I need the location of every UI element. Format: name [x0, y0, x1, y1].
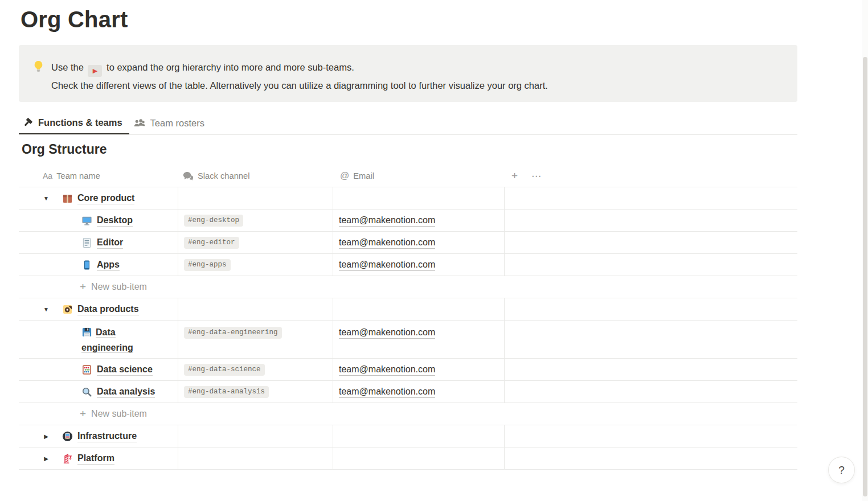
slack-channel-tag[interactable]: #eng-apps — [184, 259, 231, 271]
email-cell[interactable] — [333, 447, 505, 469]
slack-channel-tag[interactable]: #eng-editor — [184, 237, 239, 249]
toggle-expanded-icon[interactable]: ▼ — [42, 306, 51, 313]
empty-cell[interactable] — [505, 298, 797, 320]
column-label: Slack channel — [198, 171, 249, 180]
table-header-row: Aa Team name Slack channel @ Email + ⋯ — [19, 165, 797, 187]
slack-cell[interactable]: #eng-data-analysis — [178, 381, 333, 403]
toggle-collapsed-icon[interactable]: ▶ — [42, 433, 51, 440]
email-cell[interactable] — [333, 425, 505, 447]
team-name-cell[interactable]: Data science — [19, 359, 178, 380]
team-name-cell[interactable]: Apps — [19, 254, 178, 276]
view-tabs: Functions & teams Team rosters — [19, 112, 797, 135]
email-cell[interactable]: team@makenotion.com — [333, 321, 505, 358]
slack-cell[interactable] — [178, 425, 333, 447]
desktop-computer-icon — [81, 215, 92, 226]
slack-channel-tag[interactable]: #eng-desktop — [184, 215, 243, 227]
email-cell[interactable] — [333, 187, 505, 209]
toggle-expanded-icon[interactable]: ▼ — [42, 195, 51, 202]
empty-cell[interactable] — [505, 254, 797, 276]
org-structure-table: Aa Team name Slack channel @ Email + ⋯ ▼ — [19, 165, 797, 470]
slack-cell[interactable] — [178, 447, 333, 469]
team-name-cell[interactable]: ▶ Platform — [19, 447, 178, 469]
empty-cell[interactable] — [505, 447, 797, 469]
team-name-cell[interactable]: Data engineering — [19, 321, 178, 358]
empty-cell[interactable] — [505, 425, 797, 447]
team-name-cell[interactable]: ▶ Infrastructure — [19, 425, 178, 447]
abacus-icon — [81, 364, 92, 375]
team-name-link[interactable]: Infrastructure — [77, 430, 137, 442]
plus-icon: + — [80, 408, 86, 420]
document-icon — [81, 237, 92, 248]
new-sub-item-button[interactable]: + New sub-item — [19, 276, 797, 298]
team-name-link[interactable]: Data science — [97, 363, 153, 376]
slack-channel-tag[interactable]: #eng-data-engineering — [184, 327, 282, 339]
floppy-disk-icon — [81, 327, 92, 338]
empty-cell[interactable] — [505, 381, 797, 403]
empty-cell[interactable] — [505, 187, 797, 209]
team-name-link[interactable]: Apps — [97, 258, 120, 271]
new-sub-item-button[interactable]: + New sub-item — [19, 403, 797, 425]
help-button[interactable]: ? — [829, 457, 854, 483]
table-row: Data analysis #eng-data-analysis team@ma… — [19, 381, 797, 403]
email-link[interactable]: team@makenotion.com — [339, 364, 435, 376]
new-sub-item-label: New sub-item — [91, 409, 147, 419]
slack-cell[interactable] — [178, 298, 333, 320]
toggle-collapsed-icon[interactable]: ▶ — [42, 455, 51, 462]
column-header-slack-channel[interactable]: Slack channel — [178, 165, 333, 187]
column-header-email[interactable]: @ Email — [333, 165, 505, 187]
table-row: Data engineering #eng-data-engineering t… — [19, 321, 797, 359]
minidisc-icon — [62, 304, 73, 315]
tab-team-rosters[interactable]: Team rosters — [129, 112, 211, 134]
email-link[interactable]: team@makenotion.com — [339, 259, 435, 271]
team-name-link[interactable]: Desktop — [97, 214, 133, 227]
add-column-button[interactable]: + — [511, 170, 518, 182]
team-name-cell[interactable]: Data analysis — [19, 381, 178, 403]
team-name-cell[interactable]: Desktop — [19, 210, 178, 231]
callout-line1-suffix: to expand the org hierarchy into more an… — [107, 62, 354, 72]
email-cell[interactable] — [333, 298, 505, 320]
slack-channel-tag[interactable]: #eng-data-analysis — [184, 386, 269, 398]
table-row: ▶ Platform — [19, 447, 797, 470]
team-name-cell[interactable]: ▼ Core product — [19, 187, 178, 209]
tab-functions-and-teams[interactable]: Functions & teams — [19, 112, 129, 134]
empty-cell[interactable] — [505, 232, 797, 253]
table-row: ▶ Infrastructure — [19, 425, 797, 447]
team-name-cell[interactable]: Editor — [19, 232, 178, 253]
tab-label: Functions & teams — [38, 117, 122, 128]
table-row: Data science #eng-data-science team@make… — [19, 359, 797, 381]
email-cell[interactable]: team@makenotion.com — [333, 381, 505, 403]
slack-cell[interactable] — [178, 187, 333, 209]
email-cell[interactable]: team@makenotion.com — [333, 210, 505, 231]
email-link[interactable]: team@makenotion.com — [339, 327, 435, 339]
header-actions: + ⋯ — [505, 165, 797, 187]
slack-channel-tag[interactable]: #eng-data-science — [184, 364, 265, 376]
empty-cell[interactable] — [505, 321, 797, 358]
slack-cell[interactable]: #eng-data-engineering — [178, 321, 333, 358]
email-cell[interactable]: team@makenotion.com — [333, 254, 505, 276]
at-icon: @ — [340, 171, 349, 181]
email-link[interactable]: team@makenotion.com — [339, 237, 435, 249]
tab-label: Team rosters — [150, 118, 204, 129]
scrollbar-thumb[interactable] — [863, 57, 867, 496]
team-name-cell[interactable]: ▼ Data products — [19, 298, 178, 320]
email-cell[interactable]: team@makenotion.com — [333, 232, 505, 253]
email-link[interactable]: team@makenotion.com — [339, 386, 435, 398]
slack-cell[interactable]: #eng-editor — [178, 232, 333, 253]
table-row: Apps #eng-apps team@makenotion.com — [19, 254, 797, 276]
slack-cell[interactable]: #eng-desktop — [178, 210, 333, 231]
empty-cell[interactable] — [505, 210, 797, 231]
team-name-link[interactable]: Core product — [77, 192, 134, 204]
email-link[interactable]: team@makenotion.com — [339, 215, 435, 227]
team-name-link[interactable]: Data products — [77, 303, 139, 315]
table-row: Editor #eng-editor team@makenotion.com — [19, 232, 797, 254]
team-name-link[interactable]: Data analysis — [97, 385, 155, 398]
email-cell[interactable]: team@makenotion.com — [333, 359, 505, 380]
slack-cell[interactable]: #eng-data-science — [178, 359, 333, 380]
table-row: ▼ Data products — [19, 298, 797, 321]
slack-cell[interactable]: #eng-apps — [178, 254, 333, 276]
team-name-link[interactable]: Editor — [97, 236, 123, 249]
empty-cell[interactable] — [505, 359, 797, 380]
more-options-button[interactable]: ⋯ — [531, 170, 542, 182]
column-header-team-name[interactable]: Aa Team name — [19, 165, 178, 187]
team-name-link[interactable]: Platform — [77, 452, 114, 465]
